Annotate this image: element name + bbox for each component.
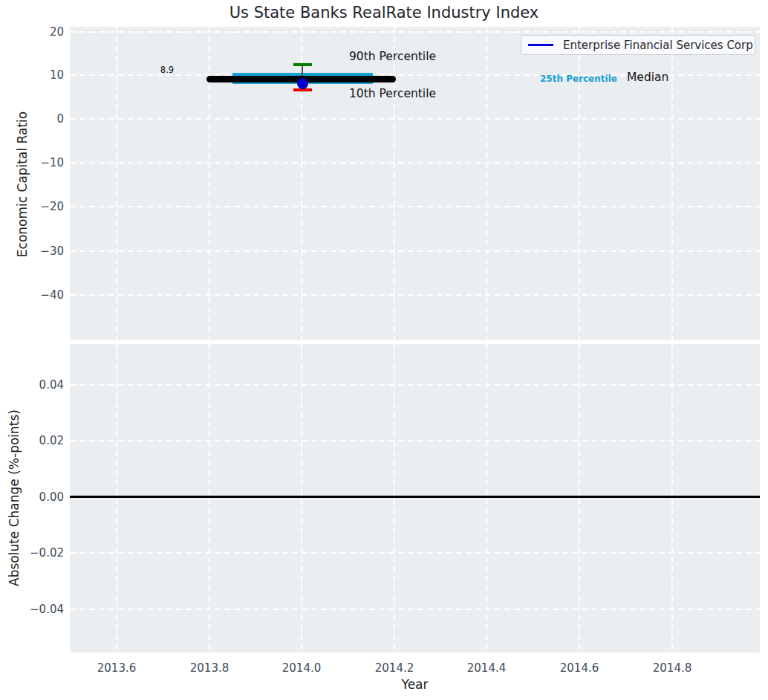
gridline-h	[70, 552, 760, 554]
y-tick-label: −0.02	[19, 546, 64, 560]
gridline-v	[671, 27, 673, 340]
gridline-v	[486, 27, 487, 340]
percentile-90-cap	[293, 63, 312, 66]
gridline-h	[70, 440, 760, 441]
gridline-v	[116, 27, 117, 340]
gridline-h	[70, 31, 760, 33]
y-tick-label: 20	[19, 25, 64, 39]
y-axis-label-bottom: Absolute Change (%-points)	[7, 409, 22, 586]
company-data-point	[297, 78, 308, 89]
top-axes: 8.9 90th Percentile 10th Percentile 25th…	[70, 27, 760, 340]
gridline-v	[209, 27, 210, 340]
legend-line-swatch	[528, 44, 553, 46]
x-tick-label: 2014.0	[268, 661, 335, 675]
gridline-v	[394, 344, 395, 652]
gridline-h	[70, 609, 760, 610]
x-tick-label: 2014.6	[546, 661, 613, 675]
y-tick-label: −40	[19, 288, 64, 302]
x-axis-label: Year	[70, 677, 760, 692]
gridline-h	[70, 250, 760, 252]
y-tick-label: −0.04	[19, 603, 64, 616]
legend: Enterprise Financial Services Corp	[521, 35, 755, 55]
y-tick-label: 0.04	[19, 378, 64, 392]
x-tick-label: 2013.6	[83, 661, 150, 675]
gridline-v	[671, 344, 673, 652]
median-value-label: 8.9	[145, 65, 189, 75]
annotation-90th-percentile: 90th Percentile	[349, 50, 436, 63]
annotation-median: Median	[627, 71, 668, 84]
zero-line	[70, 496, 760, 498]
gridline-v	[486, 344, 487, 652]
figure: Us State Banks RealRate Industry Index 8…	[0, 0, 768, 700]
bottom-axes	[70, 344, 760, 652]
annotation-25th-percentile: 25th Percentile	[540, 74, 617, 84]
y-axis-label-top: Economic Capital Ratio	[15, 111, 30, 257]
gridline-v	[394, 27, 395, 340]
y-tick-label: 10	[19, 68, 64, 82]
gridline-h	[70, 384, 760, 386]
y-tick-label: 0.02	[19, 434, 64, 447]
gridline-v	[116, 344, 117, 652]
gridline-v	[579, 344, 580, 652]
chart-title: Us State Banks RealRate Industry Index	[0, 4, 768, 22]
gridline-h	[70, 294, 760, 296]
y-tick-label: 0.00	[19, 490, 64, 504]
gridline-v	[301, 344, 302, 652]
annotation-10th-percentile: 10th Percentile	[349, 87, 436, 100]
gridline-h	[70, 206, 760, 207]
x-tick-label: 2014.8	[639, 661, 706, 675]
x-tick-label: 2014.2	[361, 661, 428, 675]
legend-label: Enterprise Financial Services Corp	[563, 39, 753, 52]
x-tick-label: 2014.4	[453, 661, 520, 675]
gridline-h	[70, 118, 760, 120]
gridline-h	[70, 162, 760, 163]
gridline-v	[209, 344, 210, 652]
x-tick-label: 2013.8	[176, 661, 243, 675]
